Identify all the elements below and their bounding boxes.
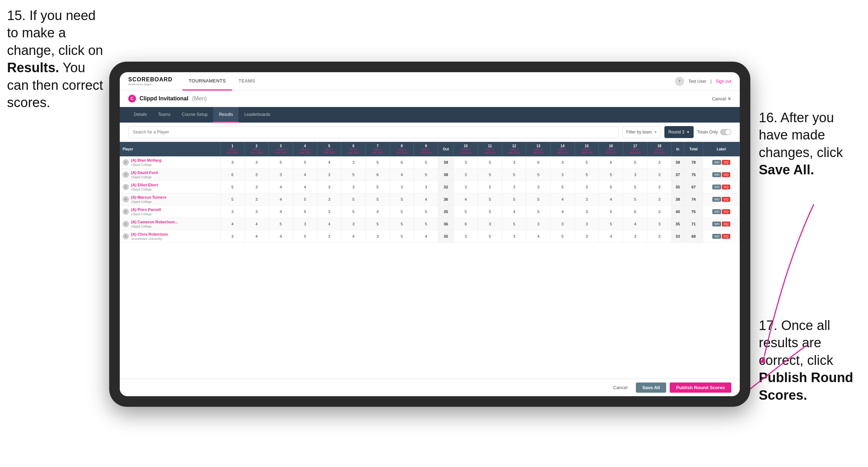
hole-2-score[interactable]: 3 <box>244 206 269 218</box>
hole-1-score[interactable]: 6 <box>220 169 244 181</box>
publish-round-scores-button[interactable]: Publish Round Scores <box>670 382 731 393</box>
hole-12-score[interactable]: 3 <box>502 156 526 169</box>
label-dq-button[interactable]: DQ <box>722 172 730 177</box>
hole-14-score[interactable]: 4 <box>551 193 575 206</box>
label-dq-button[interactable]: DQ <box>722 160 730 165</box>
hole-6-score[interactable]: 3 <box>341 156 366 169</box>
hole-8-score[interactable]: 5 <box>390 206 414 218</box>
nav-signout[interactable]: Sign out <box>716 79 731 84</box>
hole-18-score[interactable]: 3 <box>647 230 671 243</box>
hole-3-score[interactable]: 4 <box>269 181 293 193</box>
hole-1-score[interactable]: 5 <box>220 181 244 193</box>
hole-12-score[interactable]: 5 <box>502 218 526 230</box>
label-wd-button[interactable]: WD <box>712 172 721 177</box>
hole-7-score[interactable]: 4 <box>366 206 390 218</box>
hole-11-score[interactable]: 5 <box>478 230 502 243</box>
nav-teams[interactable]: TEAMS <box>232 72 261 91</box>
hole-15-score[interactable]: 5 <box>575 169 599 181</box>
label-dq-button[interactable]: DQ <box>722 209 730 214</box>
hole-1-score[interactable]: 5 <box>220 193 244 206</box>
hole-2-score[interactable]: 4 <box>244 230 269 243</box>
hole-7-score[interactable]: 5 <box>366 193 390 206</box>
hole-4-score[interactable]: 4 <box>293 169 317 181</box>
hole-14-score[interactable]: 3 <box>551 218 575 230</box>
hole-6-score[interactable]: 3 <box>341 218 366 230</box>
hole-11-score[interactable]: 5 <box>478 156 502 169</box>
hole-16-score[interactable]: 4 <box>599 230 623 243</box>
hole-18-score[interactable]: 3 <box>647 156 671 169</box>
hole-16-score[interactable]: 4 <box>599 193 623 206</box>
hole-18-score[interactable]: 3 <box>647 206 671 218</box>
hole-8-score[interactable]: 3 <box>390 181 414 193</box>
hole-7-score[interactable]: 5 <box>366 156 390 169</box>
hole-4-score[interactable]: 5 <box>293 206 317 218</box>
hole-8-score[interactable]: 6 <box>390 156 414 169</box>
hole-13-score[interactable]: 5 <box>526 193 551 206</box>
hole-1-score[interactable]: 3 <box>220 156 244 169</box>
nav-tournaments[interactable]: TOURNAMENTS <box>182 72 232 91</box>
hole-17-score[interactable]: 5 <box>623 193 647 206</box>
hole-2-score[interactable]: 3 <box>244 169 269 181</box>
hole-5-score[interactable]: 3 <box>317 181 341 193</box>
hole-3-score[interactable]: 5 <box>269 218 293 230</box>
tab-details[interactable]: Details <box>128 107 153 123</box>
hole-9-score[interactable]: 4 <box>414 193 438 206</box>
label-wd-button[interactable]: WD <box>712 197 721 202</box>
hole-9-score[interactable]: 4 <box>414 230 438 243</box>
hole-17-score[interactable]: 3 <box>623 230 647 243</box>
hole-1-score[interactable]: 3 <box>220 206 244 218</box>
hole-5-score[interactable]: 3 <box>317 230 341 243</box>
toggle-switch[interactable] <box>720 129 731 135</box>
hole-17-score[interactable]: 5 <box>623 181 647 193</box>
save-all-button[interactable]: Save All <box>636 382 666 393</box>
hole-6-score[interactable]: 3 <box>341 181 366 193</box>
hole-14-score[interactable]: 4 <box>551 206 575 218</box>
hole-15-score[interactable]: 3 <box>575 230 599 243</box>
hole-8-score[interactable]: 4 <box>390 169 414 181</box>
hole-9-score[interactable]: 5 <box>414 156 438 169</box>
cancel-bottom-button[interactable]: Cancel <box>608 382 632 393</box>
hole-12-score[interactable]: 3 <box>502 181 526 193</box>
hole-3-score[interactable]: 3 <box>269 169 293 181</box>
hole-17-score[interactable]: 5 <box>623 156 647 169</box>
hole-1-score[interactable]: 3 <box>220 230 244 243</box>
hole-12-score[interactable]: 4 <box>502 206 526 218</box>
hole-1-score[interactable]: 4 <box>220 218 244 230</box>
filter-by-team-dropdown[interactable]: Filter by team ▼ <box>622 126 661 138</box>
hole-10-score[interactable]: 3 <box>454 156 478 169</box>
hole-11-score[interactable]: 5 <box>478 193 502 206</box>
hole-15-score[interactable]: 3 <box>575 218 599 230</box>
tab-results[interactable]: Results <box>213 107 238 123</box>
hole-18-score[interactable]: 3 <box>647 169 671 181</box>
hole-16-score[interactable]: 5 <box>599 218 623 230</box>
label-dq-button[interactable]: DQ <box>722 185 730 189</box>
hole-17-score[interactable]: 4 <box>623 218 647 230</box>
hole-7-score[interactable]: 6 <box>366 169 390 181</box>
hole-15-score[interactable]: 3 <box>575 206 599 218</box>
hole-7-score[interactable]: 5 <box>366 181 390 193</box>
hole-6-score[interactable]: 4 <box>341 230 366 243</box>
hole-3-score[interactable]: 4 <box>269 206 293 218</box>
hole-16-score[interactable]: 6 <box>599 156 623 169</box>
hole-11-score[interactable]: 3 <box>478 218 502 230</box>
hole-15-score[interactable]: 3 <box>575 181 599 193</box>
hole-18-score[interactable]: 3 <box>647 181 671 193</box>
hole-7-score[interactable]: 3 <box>366 230 390 243</box>
hole-18-score[interactable]: 3 <box>647 193 671 206</box>
hole-6-score[interactable]: 5 <box>341 169 366 181</box>
label-dq-button[interactable]: DQ <box>722 222 730 226</box>
label-dq-button[interactable]: DQ <box>722 197 730 202</box>
cancel-button[interactable]: Cancel ✕ <box>712 96 731 101</box>
hole-8-score[interactable]: 5 <box>390 218 414 230</box>
hole-14-score[interactable]: 5 <box>551 181 575 193</box>
hole-10-score[interactable]: 3 <box>454 230 478 243</box>
hole-15-score[interactable]: 5 <box>575 156 599 169</box>
hole-14-score[interactable]: 3 <box>551 156 575 169</box>
hole-16-score[interactable]: 5 <box>599 169 623 181</box>
hole-13-score[interactable]: 4 <box>526 230 551 243</box>
hole-9-score[interactable]: 3 <box>414 181 438 193</box>
hole-12-score[interactable]: 3 <box>502 230 526 243</box>
hole-5-score[interactable]: 4 <box>317 218 341 230</box>
hole-9-score[interactable]: 5 <box>414 169 438 181</box>
label-wd-button[interactable]: WD <box>712 160 721 165</box>
